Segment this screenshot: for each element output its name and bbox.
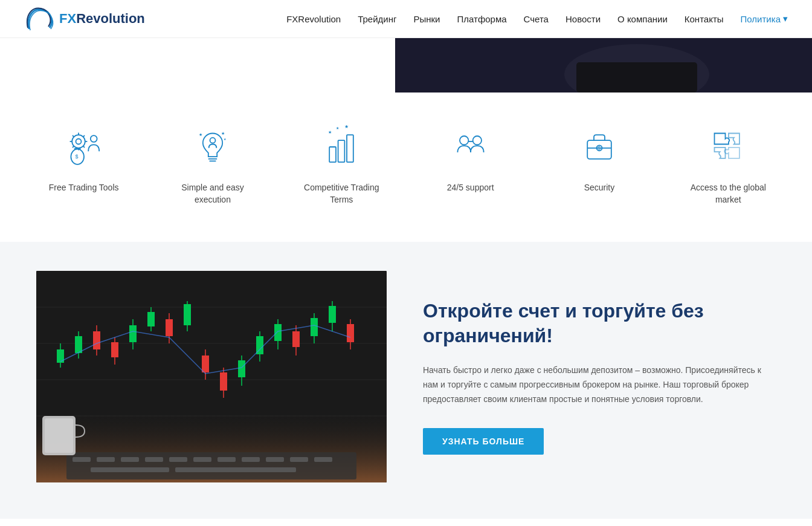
logo-text: FXRevolution: [59, 11, 145, 27]
svg-line-10: [83, 146, 85, 148]
svg-rect-79: [145, 457, 163, 462]
svg-line-12: [72, 146, 74, 148]
svg-rect-81: [193, 457, 211, 462]
svg-point-4: [76, 139, 81, 144]
chart-icon: ★ ★ ★: [317, 123, 366, 171]
feature-label-tools: Free Trading Tools: [49, 182, 119, 194]
svg-rect-84: [266, 457, 284, 462]
svg-point-13: [90, 135, 97, 142]
svg-rect-22: [330, 147, 337, 162]
feature-support: 24/5 support: [412, 123, 529, 194]
svg-rect-77: [97, 457, 115, 462]
svg-rect-90: [45, 418, 73, 453]
hero-svg: [395, 38, 812, 93]
security-icon: $: [575, 123, 624, 171]
svg-text:★: ★: [328, 129, 332, 135]
svg-rect-78: [121, 457, 139, 462]
feature-global-market: Access to the global market: [670, 123, 787, 206]
svg-rect-61: [238, 360, 245, 377]
svg-rect-86: [314, 457, 332, 462]
svg-rect-51: [147, 312, 155, 326]
feature-label-security: Security: [584, 182, 615, 194]
nav-item-news[interactable]: Новости: [566, 14, 601, 24]
svg-text:$: $: [75, 154, 78, 160]
feature-label-simple: Simple and easy execution: [170, 182, 255, 206]
svg-point-18: [210, 138, 215, 143]
svg-rect-43: [75, 336, 82, 353]
section-divider: [0, 242, 812, 247]
features-section: $ Free Trading Tools ★ ★ ★: [0, 93, 812, 242]
svg-rect-75: [66, 452, 356, 479]
svg-rect-82: [218, 457, 236, 462]
svg-rect-69: [311, 318, 318, 336]
svg-rect-83: [242, 457, 260, 462]
svg-rect-85: [290, 457, 308, 462]
svg-text:★: ★: [199, 132, 202, 137]
svg-rect-73: [347, 324, 354, 342]
svg-rect-47: [111, 342, 118, 357]
feature-label-support: 24/5 support: [447, 182, 494, 194]
features-grid: $ Free Trading Tools ★ ★ ★: [25, 123, 787, 206]
feature-competitive-terms: ★ ★ ★ Competitive Trading Terms: [283, 123, 400, 206]
svg-text:$: $: [598, 145, 601, 151]
feature-label-competitive: Competitive Trading Terms: [299, 182, 384, 206]
svg-rect-80: [169, 457, 187, 462]
nav-item-platform[interactable]: Платформа: [457, 14, 506, 24]
promo-section: Откройте счет и торгуйте без ограничений…: [0, 247, 812, 519]
nav-item-fxrevolution[interactable]: FXRevolution: [286, 14, 341, 24]
trading-chart-svg: [36, 271, 387, 482]
svg-rect-24: [347, 135, 353, 162]
svg-text:★: ★: [336, 126, 339, 130]
svg-rect-88: [175, 467, 296, 472]
chevron-down-icon: ▾: [783, 13, 788, 24]
hero-image-area: [395, 38, 812, 93]
main-nav: FXRevolution Трейдинг Рынки Платформа Сч…: [286, 13, 788, 24]
svg-line-9: [72, 135, 74, 137]
promo-title: Откройте счет и торгуйте без ограничений…: [423, 299, 776, 349]
svg-text:★: ★: [221, 131, 225, 136]
feature-security: $ Security: [541, 123, 657, 194]
nav-item-about[interactable]: О компании: [617, 14, 668, 24]
nav-item-policy[interactable]: Политика ▾: [741, 13, 788, 24]
logo[interactable]: FXRevolution: [24, 6, 145, 31]
svg-rect-57: [202, 356, 209, 372]
svg-rect-59: [220, 372, 227, 391]
svg-rect-45: [93, 331, 100, 349]
svg-rect-65: [274, 324, 282, 341]
promo-text: Начать быстро и легко даже с небольшим д…: [423, 363, 776, 406]
svg-line-11: [83, 135, 85, 137]
svg-text:★: ★: [224, 137, 227, 141]
svg-point-29: [472, 136, 481, 144]
svg-point-28: [460, 136, 468, 144]
svg-rect-76: [72, 457, 91, 462]
promo-image: [36, 271, 387, 482]
learn-more-button[interactable]: УЗНАТЬ БОЛЬШЕ: [423, 428, 544, 455]
hero-strip: [0, 38, 812, 93]
nav-item-contacts[interactable]: Контакты: [685, 14, 724, 24]
svg-rect-71: [329, 306, 336, 323]
svg-rect-87: [91, 467, 169, 472]
support-icon: [446, 123, 495, 171]
svg-rect-53: [166, 319, 173, 336]
feature-free-trading-tools: $ Free Trading Tools: [25, 123, 142, 194]
nav-item-trading[interactable]: Трейдинг: [358, 14, 396, 24]
nav-item-accounts[interactable]: Счета: [524, 14, 549, 24]
logo-icon: [24, 6, 56, 31]
svg-text:★: ★: [345, 125, 349, 129]
lightbulb-icon: ★ ★ ★: [188, 123, 237, 171]
svg-rect-2: [576, 62, 697, 93]
tools-icon: $: [60, 123, 108, 171]
header: FXRevolution FXRevolution Трейдинг Рынки…: [0, 0, 812, 38]
svg-rect-55: [184, 304, 191, 325]
nav-item-markets[interactable]: Рынки: [413, 14, 440, 24]
feature-simple-execution: ★ ★ ★ Simple and easy execution: [154, 123, 271, 206]
svg-rect-23: [338, 140, 345, 162]
svg-rect-49: [129, 325, 137, 342]
promo-content: Откройте счет и торгуйте без ограничений…: [423, 299, 776, 455]
feature-label-global: Access to the global market: [686, 182, 770, 206]
puzzle-icon: [704, 123, 752, 171]
svg-rect-67: [292, 331, 300, 347]
